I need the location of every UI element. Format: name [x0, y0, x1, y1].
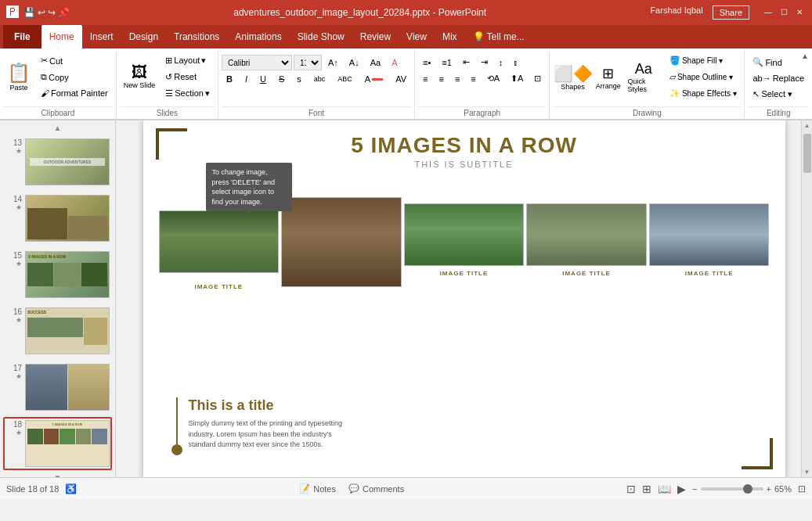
- image-2[interactable]: [281, 197, 402, 287]
- bold-button[interactable]: B: [222, 72, 237, 86]
- shape-effects-button[interactable]: ✨ Shape Effects ▾: [665, 86, 742, 101]
- find-button[interactable]: 🔍 Find: [748, 55, 786, 70]
- decrease-font-button[interactable]: A↓: [345, 56, 364, 70]
- image-3[interactable]: [404, 203, 525, 266]
- menu-file[interactable]: File: [3, 25, 42, 49]
- text-direction-button[interactable]: ⟲A: [482, 71, 504, 86]
- decrease-indent-button[interactable]: ⇤: [458, 55, 475, 70]
- slide-sorter-icon[interactable]: ⊞: [642, 483, 651, 495]
- close-button[interactable]: ✕: [793, 5, 806, 18]
- image-block-2: [281, 197, 402, 291]
- arrange-button[interactable]: ⊞ Arrange: [594, 63, 623, 92]
- columns-button[interactable]: ⫾: [509, 56, 523, 70]
- replace-button[interactable]: ab→ Replace: [748, 71, 809, 85]
- slide-thumb-14[interactable]: 14 ★: [3, 192, 112, 245]
- shape-outline-button[interactable]: ▱ Shape Outline ▾: [665, 70, 742, 84]
- subscript-button[interactable]: abc: [309, 73, 330, 85]
- align-center-button[interactable]: ≡: [434, 72, 448, 86]
- increase-indent-button[interactable]: ⇥: [476, 55, 493, 70]
- zoom-control[interactable]: − + 65%: [692, 484, 792, 494]
- underline-button[interactable]: U: [255, 72, 271, 86]
- menu-slideshow[interactable]: Slide Show: [290, 25, 352, 49]
- bullets-button[interactable]: ≡•: [418, 56, 435, 70]
- new-slide-button[interactable]: 🖼 New Slide: [120, 61, 160, 92]
- scroll-thumb[interactable]: [803, 134, 811, 173]
- menu-mix[interactable]: Mix: [435, 25, 465, 49]
- font-family-select[interactable]: Calibri: [222, 55, 292, 70]
- notes-icon: 📝: [299, 483, 310, 494]
- layout-button[interactable]: ⊞ Layout ▾: [161, 53, 215, 68]
- label-3-spacer: [404, 283, 525, 290]
- select-button[interactable]: ↖ Select ▾: [748, 87, 797, 102]
- image-5[interactable]: [649, 203, 770, 266]
- slide-number-13: 13: [13, 138, 22, 147]
- menu-transitions[interactable]: Transitions: [166, 25, 227, 49]
- slide-thumb-18[interactable]: 18 ★ 5 IMAGES IN A ROW: [3, 417, 112, 470]
- quick-styles-button[interactable]: Aa Quick Styles: [624, 59, 663, 95]
- menu-insert[interactable]: Insert: [82, 25, 121, 49]
- image-1[interactable]: [159, 210, 280, 273]
- scroll-up-button[interactable]: ▲: [3, 124, 112, 132]
- menu-tell-me[interactable]: 💡 Tell me...: [465, 25, 532, 49]
- save-icon[interactable]: 💾: [23, 7, 35, 18]
- zoom-in-button[interactable]: +: [767, 484, 771, 494]
- align-left-button[interactable]: ≡: [418, 72, 432, 86]
- reset-button[interactable]: ↺ Reset: [161, 70, 215, 84]
- slide-thumb-13[interactable]: 13 ★ OUTDOOR ADVENTURES: [3, 135, 112, 189]
- image-4[interactable]: [526, 203, 647, 266]
- shape-fill-button[interactable]: 🪣 Shape Fill ▾: [665, 53, 742, 68]
- align-right-button[interactable]: ≡: [450, 72, 464, 86]
- align-text-button[interactable]: ⬆A: [506, 71, 528, 86]
- zoom-slider[interactable]: [701, 487, 763, 490]
- format-painter-button[interactable]: 🖌 Format Painter: [36, 86, 113, 100]
- maximize-button[interactable]: ☐: [778, 5, 790, 18]
- increase-font-button[interactable]: A↑: [323, 56, 343, 70]
- cut-button[interactable]: ✂ Cut: [36, 53, 113, 68]
- zoom-out-button[interactable]: −: [692, 484, 697, 494]
- paste-button[interactable]: 📋 Paste: [3, 59, 34, 94]
- ribbon-collapse-button[interactable]: ▲: [801, 52, 809, 60]
- font-color-button[interactable]: A: [360, 72, 388, 86]
- undo-icon[interactable]: ↩: [38, 7, 45, 18]
- slide-thumb-15[interactable]: 15 ★ 3 IMAGES IN A ROW: [3, 248, 112, 301]
- smartart-button[interactable]: ⊡: [529, 71, 546, 86]
- line-spacing-button[interactable]: ↕: [494, 56, 508, 70]
- superscript-button[interactable]: ABC: [333, 73, 357, 85]
- menu-review[interactable]: Review: [352, 25, 399, 49]
- menu-home[interactable]: Home: [42, 25, 82, 49]
- notes-button[interactable]: 📝 Notes: [299, 483, 336, 494]
- copy-button[interactable]: ⧉ Copy: [36, 70, 113, 84]
- clear-format-button[interactable]: A: [387, 56, 402, 70]
- shapes-button[interactable]: ⬜🔶 Shapes: [553, 62, 592, 93]
- slide-number-17: 17: [13, 364, 22, 372]
- reading-view-icon[interactable]: 📖: [658, 483, 671, 495]
- font-size-select[interactable]: 11: [294, 55, 322, 70]
- slide-number-16: 16: [13, 307, 22, 316]
- italic-button[interactable]: I: [240, 72, 252, 86]
- scroll-down-button[interactable]: ▼: [3, 473, 112, 477]
- fit-window-button[interactable]: ⊡: [798, 483, 806, 494]
- redo-icon[interactable]: ↪: [48, 7, 56, 18]
- vertical-scrollbar[interactable]: ▲ ▼: [801, 120, 812, 477]
- scroll-down-arrow[interactable]: ▼: [803, 467, 812, 477]
- highlight-button[interactable]: AV: [391, 72, 411, 86]
- pin-icon[interactable]: 📌: [58, 7, 70, 18]
- change-case-button[interactable]: Aa: [366, 56, 385, 70]
- scroll-up-arrow[interactable]: ▲: [803, 120, 812, 131]
- strikethrough-button[interactable]: S: [274, 72, 289, 86]
- menu-design[interactable]: Design: [121, 25, 166, 49]
- slide-thumb-17[interactable]: 17 ★: [3, 361, 112, 414]
- slide-canvas[interactable]: 5 IMAGES IN A ROW THIS IS SUBTITLE To ch…: [143, 120, 785, 477]
- shadow-button[interactable]: s: [292, 72, 306, 86]
- minimize-button[interactable]: —: [762, 5, 774, 18]
- menu-animations[interactable]: Animations: [227, 25, 289, 49]
- section-button[interactable]: ☰ Section ▾: [161, 86, 215, 101]
- normal-view-icon[interactable]: ⊡: [626, 483, 636, 495]
- slide-thumb-16[interactable]: 16 ★ SUCCESS: [3, 304, 112, 358]
- presenter-view-icon[interactable]: ▶: [677, 483, 686, 495]
- justify-button[interactable]: ≡: [466, 72, 480, 86]
- numbering-button[interactable]: ≡1: [437, 56, 457, 70]
- menu-view[interactable]: View: [399, 25, 435, 49]
- comments-button[interactable]: 💬 Comments: [348, 483, 404, 494]
- share-button[interactable]: Share: [713, 5, 749, 20]
